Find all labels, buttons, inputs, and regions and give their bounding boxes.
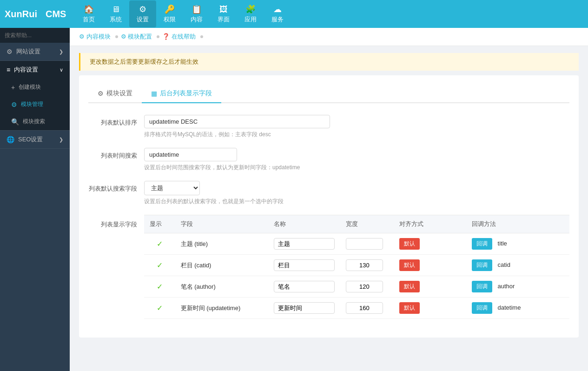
sidebar-item-create-module[interactable]: + 创建模块 (0, 79, 70, 96)
service-icon: ☁ (273, 4, 282, 14)
time-search-label: 列表时间搜索 (88, 148, 144, 160)
cell-show-2: ✓ (144, 276, 175, 298)
breadcrumb-module-config[interactable]: ⚙ 模块配置 (121, 33, 152, 41)
nav-permissions[interactable]: 🔑 权限 (156, 0, 183, 27)
callback-btn-3[interactable]: 回调 (472, 302, 492, 314)
time-search-input[interactable] (144, 148, 237, 161)
sidebar-item-content-settings[interactable]: ≡ 内容设置 ∨ (0, 61, 70, 79)
align-default-btn-3[interactable]: 默认 (399, 302, 420, 314)
cell-align-2: 默认 (394, 276, 466, 298)
content-icon: 📋 (192, 4, 202, 14)
th-name: 名称 (268, 215, 340, 233)
nav-apps[interactable]: 🧩 应用 (237, 0, 264, 27)
content-area: ⚙ 模块设置 ▦ 后台列表显示字段 列表默认排序 排序格式符号MySQL的语法，… (79, 75, 579, 338)
check-icon-0: ✓ (157, 240, 163, 248)
default-search-select[interactable]: 主题 栏目 笔名 更新时间 (144, 181, 200, 195)
name-input-2[interactable] (274, 281, 335, 292)
nav-service[interactable]: ☁ 服务 (264, 0, 291, 27)
cell-field-0: 主题 (title) (175, 233, 268, 255)
display-fields-table: 显示 字段 名称 宽度 对齐方式 回调方法 ✓ 主题 (title) (144, 215, 569, 319)
name-input-1[interactable] (274, 259, 335, 271)
align-default-btn-0[interactable]: 默认 (399, 238, 420, 250)
cell-field-3: 更新时间 (updatetime) (175, 298, 268, 319)
th-field: 字段 (175, 215, 268, 233)
callback-btn-1[interactable]: 回调 (472, 259, 492, 271)
notice-text: 更改数据之后需要更新缓存之后才能生效 (90, 58, 198, 65)
cell-align-3: 默认 (394, 298, 466, 319)
cell-name-0 (268, 233, 340, 255)
th-callback: 回调方法 (466, 215, 569, 233)
cell-show-3: ✓ (144, 298, 175, 319)
sidebar-section-seo: 🌐 SEO设置 ❯ (0, 131, 70, 149)
callback-btn-0[interactable]: 回调 (472, 238, 492, 250)
callback-btn-2[interactable]: 回调 (472, 281, 492, 292)
breadcrumb-dot-3 (200, 35, 203, 38)
display-fields-label: 列表显示字段 (88, 215, 144, 229)
display-fields-table-wrap: 显示 字段 名称 宽度 对齐方式 回调方法 ✓ 主题 (title) (144, 215, 569, 319)
nav-interface[interactable]: 🖼 界面 (210, 1, 237, 27)
align-default-btn-2[interactable]: 默认 (399, 281, 420, 292)
sidebar-item-seo-settings[interactable]: 🌐 SEO设置 ❯ (0, 131, 70, 148)
sidebar-section-content: ≡ 内容设置 ∨ + 创建模块 ⚙ 模块管理 🔍 模块搜索 (0, 61, 70, 131)
gear-small-icon: ⚙ (11, 101, 17, 108)
permissions-icon: 🔑 (165, 4, 175, 14)
width-input-3[interactable] (346, 302, 383, 314)
gear-icon: ⚙ (7, 48, 13, 55)
tab-backend-fields[interactable]: ▦ 后台列表显示字段 (142, 85, 221, 103)
check-icon-3: ✓ (157, 304, 163, 312)
search-input[interactable] (5, 32, 70, 39)
th-align: 对齐方式 (394, 215, 466, 233)
cell-width-1 (340, 255, 394, 276)
nav-content[interactable]: 📋 内容 (183, 0, 210, 27)
width-input-0[interactable] (346, 238, 383, 250)
cell-name-3 (268, 298, 340, 319)
table-row: ✓ 笔名 (author) 默认 回调 author (144, 276, 569, 298)
sidebar-item-website-settings[interactable]: ⚙ 网站设置 ❯ (0, 43, 70, 60)
breadcrumb: ⚙ 内容模块 ⚙ 模块配置 ❓ 在线帮助 (70, 28, 588, 46)
sidebar: 🔍 ⚙ 网站设置 ❯ ≡ 内容设置 ∨ + 创建模块 ⚙ (0, 28, 70, 371)
tabs: ⚙ 模块设置 ▦ 后台列表显示字段 (88, 85, 569, 103)
width-input-1[interactable] (346, 259, 383, 271)
sidebar-item-module-search[interactable]: 🔍 模块搜索 (0, 113, 70, 130)
nav-settings[interactable]: ⚙ 设置 (129, 0, 156, 27)
name-input-0[interactable] (274, 238, 335, 250)
chevron-right-icon-2: ❯ (59, 137, 63, 143)
sidebar-sub-content: + 创建模块 ⚙ 模块管理 🔍 模块搜索 (0, 79, 70, 130)
width-input-2[interactable] (346, 281, 383, 292)
cell-field-2: 笔名 (author) (175, 276, 268, 298)
breadcrumb-icon-2: ⚙ (121, 33, 126, 40)
align-default-btn-1[interactable]: 默认 (399, 259, 420, 271)
form-row-display-fields: 列表显示字段 显示 字段 名称 宽度 对齐方式 回调方法 (88, 215, 569, 319)
nav-items: 🏠 首页 🖥 系统 ⚙ 设置 🔑 权限 📋 内容 🖼 界面 🧩 应用 ☁ (75, 0, 291, 27)
chevron-right-icon: ❯ (59, 49, 63, 55)
cell-show-0: ✓ (144, 233, 175, 255)
form-row-time-search: 列表时间搜索 设置后台时间范围搜索字段，默认为更新时间字段：updatetime (88, 148, 569, 172)
callback-text-0: title (498, 240, 507, 247)
sidebar-item-module-manage[interactable]: ⚙ 模块管理 (0, 96, 70, 113)
form-row-sort: 列表默认排序 排序格式符号MySQL的语法，例如：主表字段 desc (88, 115, 569, 139)
home-icon: 🏠 (84, 4, 94, 14)
notice-bar: 更改数据之后需要更新缓存之后才能生效 (79, 53, 579, 71)
logo: XunRui⬤CMS (5, 9, 66, 20)
time-search-hint: 设置后台时间范围搜索字段，默认为更新时间字段：updatetime (144, 164, 569, 172)
default-search-hint: 设置后台列表的默认搜索字段，也就是第一个选中的字段 (144, 198, 569, 205)
main-layout: 🔍 ⚙ 网站设置 ❯ ≡ 内容设置 ∨ + 创建模块 ⚙ (0, 28, 588, 371)
default-search-control: 主题 栏目 笔名 更新时间 设置后台列表的默认搜索字段，也就是第一个选中的字段 (144, 181, 569, 205)
search-small-icon: 🔍 (11, 118, 19, 126)
table-row: ✓ 更新时间 (updatetime) 默认 回调 datetime (144, 298, 569, 319)
nav-home[interactable]: 🏠 首页 (75, 0, 102, 27)
cell-width-2 (340, 276, 394, 298)
top-navigation: XunRui⬤CMS 🏠 首页 🖥 系统 ⚙ 设置 🔑 权限 📋 内容 🖼 界面… (0, 0, 588, 28)
sort-control: 排序格式符号MySQL的语法，例如：主表字段 desc (144, 115, 569, 139)
globe-icon: 🌐 (7, 136, 14, 143)
system-icon: 🖥 (112, 5, 120, 14)
tab-module-settings[interactable]: ⚙ 模块设置 (88, 85, 142, 103)
tab-fields-icon: ▦ (151, 90, 157, 97)
nav-system[interactable]: 🖥 系统 (102, 1, 129, 27)
th-show: 显示 (144, 215, 175, 233)
sort-input[interactable] (144, 115, 330, 128)
breadcrumb-online-help[interactable]: ❓ 在线帮助 (162, 33, 196, 41)
sidebar-section-website: ⚙ 网站设置 ❯ (0, 43, 70, 61)
breadcrumb-content-module[interactable]: ⚙ 内容模块 (79, 33, 111, 41)
name-input-3[interactable] (274, 302, 335, 314)
